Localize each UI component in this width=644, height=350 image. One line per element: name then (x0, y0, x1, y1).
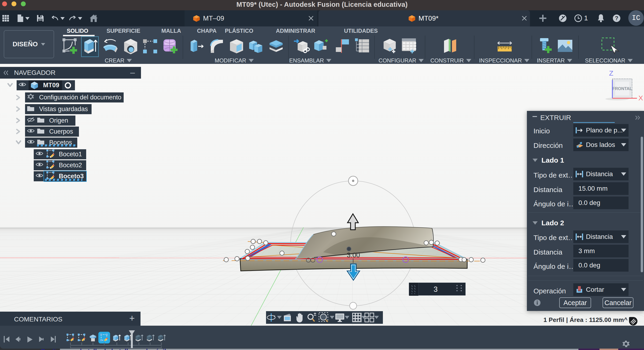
svg-text:FRONTAL: FRONTAL (612, 86, 632, 91)
svg-text:X: X (638, 94, 643, 101)
svg-text:?: ? (615, 15, 618, 21)
svg-text:Z: Z (609, 69, 613, 77)
svg-text:3.00: 3.00 (347, 251, 360, 259)
